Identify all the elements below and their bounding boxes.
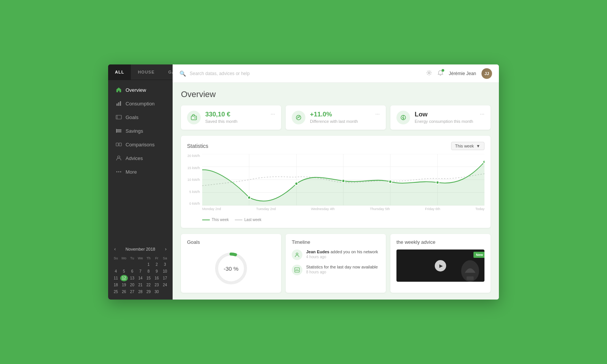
- cal-day[interactable]: 6: [128, 268, 136, 275]
- legend-label-last-week: Last week: [244, 218, 261, 222]
- timeline-person-icon: [292, 249, 302, 260]
- cal-day[interactable]: 3: [161, 261, 169, 268]
- cal-day[interactable]: 4: [112, 268, 120, 275]
- cal-day[interactable]: [161, 289, 169, 295]
- svg-rect-2: [120, 101, 121, 106]
- cal-day-today[interactable]: 12: [120, 275, 128, 281]
- calendar-next[interactable]: ›: [165, 246, 167, 252]
- week-select[interactable]: This week ▼: [451, 142, 484, 150]
- cal-day[interactable]: 7: [137, 268, 145, 275]
- card-menu-difference[interactable]: ···: [375, 111, 380, 117]
- video-thumbnail[interactable]: ▶ New: [396, 249, 484, 282]
- tab-house[interactable]: HOUSE: [131, 64, 161, 80]
- cal-day[interactable]: [112, 261, 120, 268]
- x-label-1: Monday 2nd: [202, 207, 221, 215]
- card-menu-savings[interactable]: ···: [270, 111, 275, 117]
- weekly-advice-card: the weekly advice ▶ New: [390, 234, 491, 293]
- difference-label: Difference with last month: [310, 119, 371, 124]
- y-label-1: 20 kW/h: [187, 154, 200, 158]
- cal-day[interactable]: 11: [112, 275, 120, 281]
- legend-label-this-week: This week: [212, 218, 229, 222]
- more-icon: [116, 169, 122, 175]
- cal-day[interactable]: 21: [137, 282, 145, 288]
- chevron-down-icon: ▼: [476, 144, 480, 148]
- cal-day[interactable]: 2: [153, 261, 161, 268]
- sidebar-tabs: ALL HOUSE GARAGE: [108, 64, 173, 80]
- alert-icon[interactable]: [437, 70, 443, 77]
- cal-day[interactable]: 5: [120, 268, 128, 275]
- cal-day[interactable]: 10: [161, 268, 169, 275]
- cal-day[interactable]: 1: [145, 261, 153, 268]
- sidebar-item-comparisons[interactable]: Comparisons: [108, 138, 173, 151]
- sidebar-item-savings[interactable]: Savings: [108, 124, 173, 138]
- legend-this-week: This week: [202, 218, 229, 222]
- cal-day[interactable]: 14: [137, 275, 145, 281]
- cal-header-fr: Fr: [153, 256, 161, 261]
- svg-point-15: [428, 72, 430, 74]
- savings-icon: [116, 128, 122, 134]
- timeline-text-1: Jean Eudes added you on his network 4 ho…: [306, 249, 378, 259]
- sidebar-item-label-advices: Advices: [126, 155, 143, 161]
- x-label-2: Tuesday 2nd: [256, 207, 276, 215]
- content-wrapper: 🔍 Search datas, advices or help: [173, 64, 499, 300]
- home-icon: [116, 87, 122, 93]
- video-play-button[interactable]: ▶: [435, 260, 446, 271]
- cal-day[interactable]: [120, 261, 128, 268]
- legend-last-week: Last week: [235, 218, 261, 222]
- sidebar-item-consumption[interactable]: Consumption: [108, 97, 173, 110]
- calendar-grid: Su Mo Tu We Th Fr Sa 1 2 3 4: [112, 256, 169, 295]
- cal-day[interactable]: 20: [128, 282, 136, 288]
- cal-day[interactable]: 18: [112, 282, 120, 288]
- sidebar-item-goals[interactable]: Goals: [108, 110, 173, 124]
- wallet-icon-circle: [187, 111, 201, 124]
- sidebar-item-more[interactable]: More: [108, 165, 173, 179]
- cal-day[interactable]: 16: [153, 275, 161, 281]
- cal-day[interactable]: 30: [153, 289, 161, 295]
- cal-day[interactable]: [137, 261, 145, 268]
- cart-icon-circle: [292, 111, 305, 124]
- cal-day[interactable]: 15: [145, 275, 153, 281]
- search-input-placeholder[interactable]: Search datas, advices or help: [190, 71, 422, 76]
- cal-day[interactable]: 8: [145, 268, 153, 275]
- cal-header-sa: Sa: [161, 256, 169, 261]
- cal-day[interactable]: 22: [145, 282, 153, 288]
- sidebar: ALL HOUSE GARAGE Overview: [108, 64, 173, 300]
- cal-day[interactable]: 13: [128, 275, 136, 281]
- person-icon: [116, 155, 122, 161]
- cal-day[interactable]: 26: [120, 289, 128, 295]
- lightning-icon-circle: [396, 111, 410, 124]
- sidebar-item-overview[interactable]: Overview: [108, 83, 173, 97]
- page-title: Overview: [181, 89, 491, 99]
- goals-percentage: -30 %: [223, 265, 238, 272]
- svg-point-35: [483, 160, 484, 163]
- tab-all[interactable]: ALL: [108, 64, 131, 80]
- svg-rect-16: [191, 116, 197, 120]
- settings-icon[interactable]: [426, 70, 432, 77]
- card-menu-consumption[interactable]: ···: [480, 111, 484, 117]
- svg-rect-7: [116, 132, 121, 132]
- cal-day[interactable]: 28: [137, 289, 145, 295]
- summary-row: 330,10 € Saved this month ···: [181, 105, 491, 130]
- cal-day[interactable]: 23: [153, 282, 161, 288]
- calendar-prev[interactable]: ‹: [114, 246, 116, 252]
- statistics-chart: 20 kW/h 15 kW/h 10 kW/h 5 kW/h 0 kW/h: [187, 154, 484, 215]
- calendar: ‹ November 2018 › Su Mo Tu We Th Fr Sa: [108, 240, 173, 300]
- cal-day[interactable]: 29: [145, 289, 153, 295]
- cal-day[interactable]: 24: [161, 282, 169, 288]
- sidebar-item-label-savings: Savings: [126, 128, 143, 134]
- cal-day[interactable]: 25: [112, 289, 120, 295]
- calendar-month-year: November 2018: [126, 247, 155, 251]
- cal-day[interactable]: 19: [120, 282, 128, 288]
- chart-y-labels: 20 kW/h 15 kW/h 10 kW/h 5 kW/h 0 kW/h: [187, 154, 202, 206]
- cal-day[interactable]: 9: [153, 268, 161, 275]
- avatar[interactable]: JJ: [481, 68, 492, 79]
- goals-donut: -30 %: [187, 249, 275, 287]
- cal-day[interactable]: 27: [128, 289, 136, 295]
- svg-rect-0: [116, 104, 118, 106]
- card-content-difference: +11.0% Difference with last month: [310, 111, 371, 124]
- cal-day[interactable]: [128, 261, 136, 268]
- timeline-chart-icon: [292, 265, 302, 275]
- svg-point-12: [116, 171, 118, 173]
- sidebar-item-advices[interactable]: Advices: [108, 151, 173, 165]
- cal-day[interactable]: 17: [161, 275, 169, 281]
